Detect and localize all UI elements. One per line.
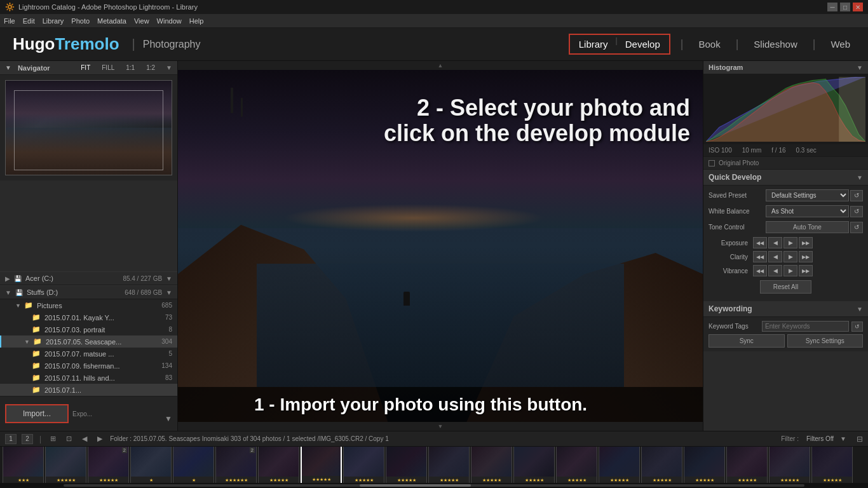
menu-file[interactable]: File — [4, 17, 15, 25]
filmstrip-loupe-btn[interactable]: ⊡ — [64, 434, 74, 444]
white-balance-btn[interactable]: ↺ — [850, 206, 863, 217]
filmstrip-prev-btn[interactable]: ◀ — [79, 434, 90, 444]
vibrance-dec-large-btn[interactable]: ◀◀ — [753, 265, 767, 276]
sync-button[interactable]: Sync — [709, 334, 785, 348]
vibrance-inc-btn[interactable]: ▶ — [783, 265, 797, 276]
page-1-btn[interactable]: 1 — [5, 434, 17, 444]
module-library[interactable]: Library — [574, 36, 613, 52]
navigator-collapse-arrow[interactable]: ▼ — [5, 64, 11, 71]
quick-develop-header: Quick Develop ▼ — [703, 170, 868, 186]
module-web[interactable]: Web — [825, 36, 855, 52]
film-thumb-5[interactable]: 2 ★★★★★★ — [215, 447, 257, 483]
module-book[interactable]: Book — [693, 36, 725, 52]
zoom-dropdown-icon[interactable]: ▼ — [166, 64, 172, 71]
filmstrip-grid-btn[interactable]: ⊞ — [48, 434, 58, 444]
import-button[interactable]: Import... — [5, 404, 69, 423]
reset-all-button[interactable]: Reset All — [760, 280, 811, 294]
folder-pictures[interactable]: ▼ 📁 Pictures 685 — [0, 299, 177, 311]
clarity-inc-large-btn[interactable]: ▶▶ — [799, 251, 813, 262]
film-thumb-3[interactable]: ★ — [130, 447, 172, 483]
folder-icon: 📁 — [32, 325, 41, 334]
keyword-add-btn[interactable]: ↺ — [851, 322, 863, 332]
film-thumb-8[interactable]: ★★★★★ — [343, 447, 384, 483]
tone-control-btn[interactable]: ↺ — [850, 222, 863, 233]
vibrance-dec-btn[interactable]: ◀ — [768, 265, 782, 276]
minimize-button[interactable]: ─ — [827, 3, 837, 11]
film-thumb-4[interactable]: ★ — [173, 447, 214, 483]
film-thumb-0[interactable]: ★★★ — [3, 447, 44, 483]
zoom-fit-btn[interactable]: FIT — [79, 64, 92, 72]
film-thumb-9[interactable]: ★★★★★ — [386, 447, 427, 483]
filmstrip-resize-handle[interactable]: ⊟ — [857, 435, 863, 444]
film-thumb-16[interactable]: ★★★★★ — [684, 447, 725, 483]
film-thumb-2[interactable]: 2 ★★★★★ — [88, 447, 129, 483]
folder-item-4[interactable]: 📁 2015.07.09. fisherman... 134 — [0, 360, 177, 372]
original-photo-checkbox[interactable] — [709, 160, 715, 166]
saved-preset-select[interactable]: Default Settings — [766, 189, 849, 201]
menu-edit[interactable]: Edit — [23, 17, 35, 25]
zoom-fill-btn[interactable]: FILL — [100, 64, 116, 72]
menu-help[interactable]: Help — [189, 17, 204, 25]
clarity-dec-btn[interactable]: ◀ — [768, 251, 782, 262]
module-develop[interactable]: Develop — [620, 36, 665, 52]
exposure-dec-large-btn[interactable]: ◀◀ — [753, 237, 767, 248]
film-thumb-1[interactable]: ★★★★★ — [45, 447, 86, 483]
zoom-1-1-btn[interactable]: 1:1 — [124, 64, 137, 72]
film-thumb-11[interactable]: ★★★★★ — [471, 447, 512, 483]
film-thumb-18[interactable]: ★★★★★ — [769, 447, 810, 483]
filmstrip-scroll-thumb[interactable] — [360, 484, 471, 487]
folder-item-1[interactable]: 📁 2015.07.03. portrait 8 — [0, 323, 177, 336]
quick-develop-arrow[interactable]: ▼ — [857, 174, 863, 181]
film-thumb-14[interactable]: ★★★★★ — [599, 447, 640, 483]
white-balance-select[interactable]: As Shot — [766, 205, 849, 217]
filmstrip-scroll-track[interactable] — [64, 484, 804, 487]
close-button[interactable]: ✕ — [853, 3, 863, 11]
menu-window[interactable]: Window — [157, 17, 182, 25]
drive-d-arrow[interactable]: ▼ — [166, 289, 172, 296]
filmstrip-toolbar: 1 2 | ⊞ ⊡ ◀ ▶ Folder : 2015.07.05. Seasc… — [0, 431, 868, 447]
filter-dropdown[interactable]: ▼ — [840, 435, 846, 442]
top-panel-toggle[interactable]: ▲ — [178, 61, 703, 70]
film-thumb-15[interactable]: ★★★★★ — [641, 447, 682, 483]
film-thumb-17[interactable]: ★★★★★ — [726, 447, 768, 483]
film-thumb-13[interactable]: ★★★★★ — [556, 447, 597, 483]
auto-tone-button[interactable]: Auto Tone — [766, 221, 849, 233]
film-thumb-7-selected[interactable]: ★★★★★ — [301, 447, 342, 483]
page-2-btn[interactable]: 2 — [22, 434, 33, 444]
drive-c-header[interactable]: ▶ 💾 Acer (C:) 85.4 / 227 GB ▼ — [0, 271, 177, 285]
vibrance-inc-large-btn[interactable]: ▶▶ — [799, 265, 813, 276]
exposure-inc-btn[interactable]: ▶ — [783, 237, 797, 248]
folder-item-5[interactable]: 📁 2015.07.11. hills and... 83 — [0, 372, 177, 384]
exposure-dec-btn[interactable]: ◀ — [768, 237, 782, 248]
menu-photo[interactable]: Photo — [71, 17, 90, 25]
film-thumb-10[interactable]: ★★★★★ — [428, 447, 470, 483]
folder-item-2[interactable]: ▼ 📁 2015.07.05. Seascape... 304 — [0, 336, 177, 348]
film-thumb-19[interactable]: ★★★★★ — [811, 447, 853, 483]
exposure-inc-large-btn[interactable]: ▶▶ — [799, 237, 813, 248]
folder-panel-dropdown[interactable]: ▼ — [165, 414, 172, 423]
maximize-button[interactable]: □ — [840, 3, 850, 11]
drive-d-header[interactable]: ▼ 💾 Stuffs (D:) 648 / 689 GB ▼ — [0, 285, 177, 299]
module-slideshow[interactable]: Slideshow — [749, 36, 802, 52]
folder-item-0[interactable]: 📁 2015.07.01. Kayak Y... 73 — [0, 311, 177, 323]
clarity-dec-large-btn[interactable]: ◀◀ — [753, 251, 767, 262]
sync-settings-button[interactable]: Sync Settings — [787, 334, 864, 348]
film-thumb-12[interactable]: ★★★★★ — [513, 447, 555, 483]
bottom-panel-toggle[interactable]: ▼ — [178, 422, 703, 431]
folder-item-6[interactable]: 📁 2015.07.1... — [0, 384, 177, 396]
saved-preset-btn[interactable]: ↺ — [850, 190, 863, 201]
folder-count-1: 8 — [168, 326, 172, 333]
film-thumb-6[interactable]: ★★★★★ — [258, 447, 299, 483]
zoom-1-2-btn[interactable]: 1:2 — [144, 64, 157, 72]
filmstrip-next-btn[interactable]: ▶ — [95, 434, 105, 444]
menu-view[interactable]: View — [134, 17, 149, 25]
menu-library[interactable]: Library — [43, 17, 64, 25]
folder-item-3[interactable]: 📁 2015.07.07. matsue ... 5 — [0, 348, 177, 360]
drive-c-arrow[interactable]: ▼ — [166, 275, 172, 282]
histogram-collapse-arrow[interactable]: ▼ — [857, 64, 863, 71]
keyword-tags-input[interactable] — [762, 321, 849, 332]
filmstrip-scrollbar[interactable] — [0, 483, 868, 488]
menu-metadata[interactable]: Metadata — [97, 17, 126, 25]
keywording-arrow[interactable]: ▼ — [857, 306, 863, 313]
clarity-inc-btn[interactable]: ▶ — [783, 251, 797, 262]
